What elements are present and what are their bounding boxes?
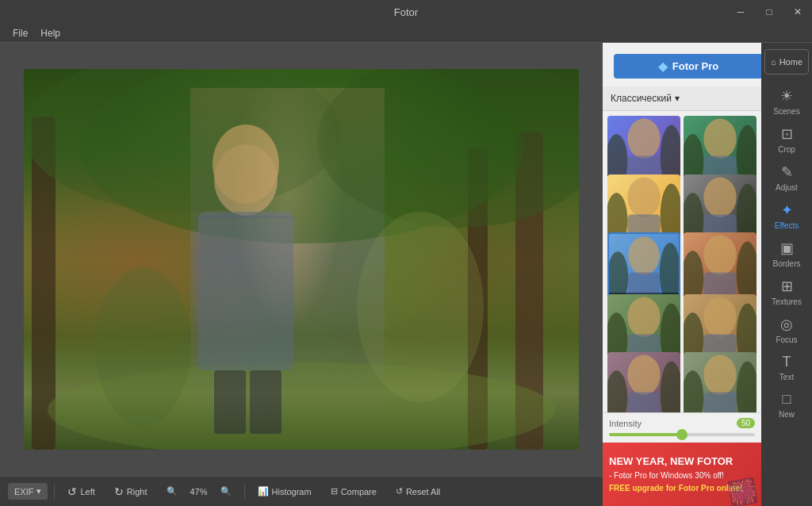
- rotate-right-icon: ↻: [114, 485, 124, 498]
- right-sidebar: ⌂ Home ☀ Scenes ⊡ Crop ✎ Adjust ✦ Effect…: [761, 43, 812, 506]
- pro-label: Fotor Pro: [672, 60, 719, 72]
- effects-label: Effects: [775, 221, 799, 230]
- rotate-left-button[interactable]: ↺ Left: [61, 482, 101, 501]
- exif-label: EXIF: [14, 487, 33, 496]
- svg-point-54: [737, 362, 756, 412]
- extra1-preview: [607, 352, 680, 412]
- adjust-icon: ✎: [781, 163, 793, 181]
- svg-point-19: [703, 118, 736, 159]
- separator-1: [54, 484, 55, 500]
- scenes-label: Scenes: [773, 107, 799, 116]
- compare-icon: ⊟: [331, 486, 338, 496]
- compare-label: Compare: [341, 487, 377, 496]
- svg-point-49: [607, 370, 627, 412]
- zoom-in-button[interactable]: 🔍: [214, 483, 238, 500]
- text-label: Text: [779, 373, 794, 381]
- sidebar-item-new[interactable]: □ New: [764, 386, 809, 424]
- borders-label: Borders: [772, 259, 800, 268]
- category-label: Классический: [611, 93, 672, 104]
- svg-point-23: [627, 177, 660, 217]
- svg-rect-10: [250, 370, 282, 434]
- svg-point-11: [213, 125, 279, 204]
- histogram-button[interactable]: 📊 Histogram: [251, 483, 318, 500]
- histogram-icon: 📊: [258, 486, 269, 496]
- gem-icon: ◆: [658, 59, 668, 74]
- slider-thumb[interactable]: [676, 429, 688, 440]
- scenes-icon: ☀: [780, 87, 793, 105]
- ad-line2: - Fotor Pro for Windows 30% off!: [609, 470, 742, 482]
- svg-point-14: [95, 267, 190, 426]
- pro-btn-container: ◆ Fotor Pro: [603, 43, 761, 86]
- ad-line3: FREE upgrade for Fotor Pro online!: [609, 482, 742, 495]
- zoom-out-button[interactable]: 🔍: [160, 483, 184, 500]
- dropdown-arrow-icon: ▾: [675, 93, 680, 104]
- ad-headline: NEW YEAR, NEW FOTOR: [609, 454, 742, 470]
- home-icon: ⌂: [771, 57, 776, 67]
- borders-icon: ▣: [780, 240, 794, 257]
- svg-point-43: [703, 297, 736, 337]
- textures-label: Textures: [772, 297, 802, 306]
- maximize-button[interactable]: □: [755, 0, 783, 24]
- svg-rect-12: [198, 216, 293, 218]
- sidebar-item-crop[interactable]: ⊡ Crop: [764, 121, 809, 159]
- sidebar-items-container: ☀ Scenes ⊡ Crop ✎ Adjust ✦ Effects ▣ Bor…: [764, 82, 809, 424]
- svg-rect-9: [214, 370, 246, 434]
- zoom-in-icon: 🔍: [220, 486, 232, 496]
- category-dropdown[interactable]: Классический ▾: [611, 93, 680, 104]
- extra2-preview: [684, 352, 756, 412]
- intensity-label: Intensity: [609, 419, 642, 428]
- textures-icon: ⊞: [781, 278, 793, 295]
- home-button[interactable]: ⌂ Home: [764, 49, 809, 75]
- ad-decoration: 🎆: [726, 476, 760, 506]
- new-icon: □: [783, 391, 791, 408]
- crop-icon: ⊡: [781, 125, 793, 143]
- effect-extra2[interactable]: [684, 352, 756, 412]
- exif-button[interactable]: EXIF ▾: [8, 483, 48, 500]
- chevron-down-icon: ▾: [36, 486, 41, 496]
- svg-point-47: [627, 355, 660, 396]
- panel-header: Классический ▾: [603, 86, 761, 111]
- effect-extra1[interactable]: [607, 352, 680, 412]
- zoom-out-icon: 🔍: [167, 486, 178, 496]
- scene-overlay: [24, 69, 579, 450]
- adjust-label: Adjust: [776, 183, 798, 192]
- window-controls: ─ □ ✕: [726, 0, 812, 24]
- sidebar-item-effects[interactable]: ✦ Effects: [764, 197, 809, 235]
- sidebar-item-scenes[interactable]: ☀ Scenes: [764, 82, 809, 121]
- sidebar-item-textures[interactable]: ⊞ Textures: [764, 273, 809, 311]
- sidebar-item-text[interactable]: T Text: [764, 349, 809, 386]
- svg-point-27: [703, 177, 736, 217]
- svg-point-39: [627, 297, 660, 337]
- zoom-level: 47%: [190, 487, 208, 496]
- sidebar-item-adjust[interactable]: ✎ Adjust: [764, 159, 809, 197]
- menu-file[interactable]: File: [6, 28, 34, 39]
- close-button[interactable]: ✕: [783, 0, 812, 24]
- intensity-row: Intensity 50: [609, 418, 755, 428]
- reset-all-button[interactable]: ↺ Reset All: [389, 483, 446, 500]
- svg-point-51: [703, 355, 736, 396]
- fotor-pro-button[interactable]: ◆ Fotor Pro: [614, 54, 761, 79]
- menu-help[interactable]: Help: [34, 28, 67, 39]
- effects-icon: ✦: [781, 201, 793, 219]
- focus-icon: ◎: [780, 316, 793, 333]
- crop-label: Crop: [778, 145, 795, 154]
- home-label: Home: [779, 57, 802, 67]
- svg-rect-48: [627, 393, 660, 412]
- intensity-value: 50: [737, 418, 755, 428]
- slider-fill: [609, 433, 682, 436]
- svg-rect-52: [703, 393, 736, 412]
- svg-point-53: [684, 370, 703, 412]
- rotate-right-label: Right: [127, 487, 147, 496]
- new-label: New: [779, 410, 795, 419]
- separator-2: [244, 484, 245, 500]
- effects-panel: ◆ Fotor Pro Классический ▾ None: [603, 43, 761, 506]
- main-content: EXIF ▾ ↺ Left ↻ Right 🔍 47% 🔍 📊 His: [0, 43, 812, 506]
- sidebar-item-focus[interactable]: ◎ Focus: [764, 311, 809, 349]
- minimize-button[interactable]: ─: [726, 0, 755, 24]
- rotate-right-button[interactable]: ↻ Right: [108, 482, 154, 501]
- compare-button[interactable]: ⊟ Compare: [324, 483, 383, 500]
- app-title: Fotor: [394, 6, 418, 18]
- intensity-slider-container: [609, 431, 755, 438]
- ad-banner: NEW YEAR, NEW FOTOR - Fotor Pro for Wind…: [603, 443, 761, 506]
- sidebar-item-borders[interactable]: ▣ Borders: [764, 235, 809, 273]
